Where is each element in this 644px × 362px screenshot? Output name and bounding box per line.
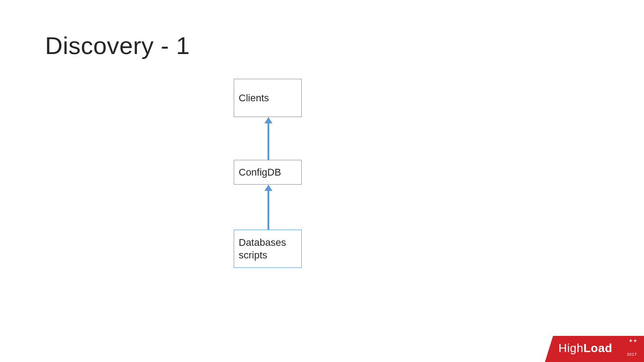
brand-badge: HighLoad ++ 2017 bbox=[545, 336, 644, 362]
page-title: Discovery - 1 bbox=[45, 32, 190, 59]
slide: Discovery - 1 Clients ConfigDB Databases… bbox=[0, 0, 644, 362]
brand-text: HighLoad bbox=[558, 341, 612, 355]
brand-light: High bbox=[558, 341, 583, 355]
node-databases: Databases scripts bbox=[234, 230, 302, 268]
arrow-configdb-to-clients bbox=[266, 117, 271, 160]
node-configdb: ConfigDB bbox=[234, 160, 302, 185]
arrow-shaft bbox=[268, 122, 269, 160]
arrow-shaft bbox=[268, 190, 269, 230]
arrow-databases-to-configdb bbox=[266, 185, 271, 230]
brand-year: 2017 bbox=[627, 352, 637, 357]
node-clients: Clients bbox=[234, 79, 302, 117]
architecture-diagram: Clients ConfigDB Databases scripts bbox=[234, 79, 304, 270]
brand-bold: Load bbox=[583, 341, 612, 355]
brand-plus: ++ bbox=[629, 339, 638, 343]
